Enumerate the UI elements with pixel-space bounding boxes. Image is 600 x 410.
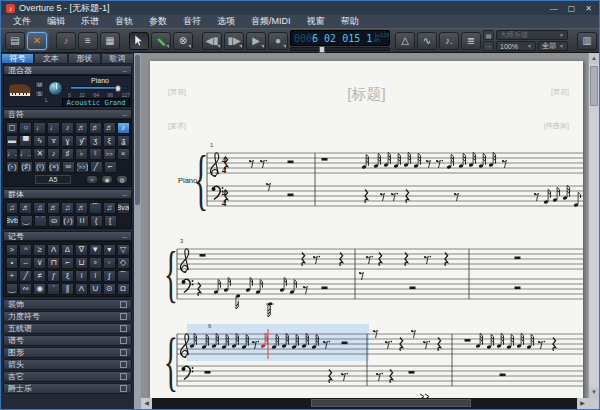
palette-cell[interactable]: ◦ xyxy=(103,257,116,269)
palette-cell[interactable]: ‿ xyxy=(6,283,19,295)
palette-cell[interactable]: ♫ xyxy=(33,202,46,214)
minimize-button[interactable]: — xyxy=(550,4,558,13)
grace-note-button[interactable]: ♪. xyxy=(439,32,459,50)
expand-icon[interactable] xyxy=(120,337,127,344)
collapsed-panel-3[interactable]: 谱号 xyxy=(3,335,132,346)
palette-cell[interactable]: ξ xyxy=(103,135,116,147)
palette-cell[interactable]: [ xyxy=(104,215,117,227)
sidebar-scrollbar-thumb[interactable] xyxy=(135,55,140,205)
palette-cell[interactable]: ‿ xyxy=(20,215,33,227)
palette-cell[interactable]: ∇ xyxy=(75,244,88,256)
palette-cell[interactable]: ♭ xyxy=(75,148,88,160)
mute-button[interactable]: M xyxy=(35,81,44,88)
palette-cell[interactable]: ▼ xyxy=(89,244,102,256)
palette-cell[interactable]: ◻ xyxy=(6,122,19,134)
palette-cell[interactable]: ♬ xyxy=(75,122,88,134)
palette-tab-0[interactable]: 符号 xyxy=(1,53,34,64)
staff-settings-button[interactable]: ≣ xyxy=(461,32,481,50)
volume-slider[interactable] xyxy=(70,86,128,90)
scroll-down-arrow[interactable]: ▼ xyxy=(589,387,599,398)
palette-cell[interactable]: ɷ xyxy=(48,215,61,227)
palette-cell[interactable]: ≠ xyxy=(33,270,46,282)
mixer-panel-header[interactable]: 混合器 – xyxy=(3,65,132,75)
palette-cell[interactable]: ʒ xyxy=(89,135,102,147)
palette-cell[interactable]: ʼ xyxy=(47,283,60,295)
palette-cell[interactable]: ▀ xyxy=(19,135,32,147)
octave-field[interactable]: A5 xyxy=(35,175,71,184)
palette-cell[interactable]: ϟ xyxy=(33,135,46,147)
vertical-scrollbar[interactable]: ▲ ▼ xyxy=(588,53,599,398)
palette-cell[interactable]: ▽ xyxy=(117,244,130,256)
menu-item-3[interactable]: 音轨 xyxy=(107,15,141,28)
scroll-up-arrow[interactable]: ▲ xyxy=(589,53,599,64)
horizontal-scroll-thumb[interactable] xyxy=(311,399,471,407)
mixer-button[interactable]: ≡ xyxy=(78,32,98,50)
palette-cell[interactable]: ʓ xyxy=(117,135,130,147)
palette-cell[interactable]: ʃ xyxy=(103,270,116,282)
palette-cell[interactable]: ✕ xyxy=(33,148,46,160)
collapse-icon[interactable]: – xyxy=(123,190,127,198)
palette-cell[interactable]: ⊔ xyxy=(75,257,88,269)
menu-item-5[interactable]: 音符 xyxy=(175,15,209,28)
marks-panel-header[interactable]: 记号 – xyxy=(3,231,132,241)
close-button[interactable]: ✕ xyxy=(585,4,592,13)
expand-icon[interactable] xyxy=(120,385,127,392)
palette-cell[interactable]: ╱ xyxy=(19,270,32,282)
scroll-left-arrow[interactable]: ◀ xyxy=(141,398,152,409)
zoom-select[interactable]: 100%▼ xyxy=(496,41,536,51)
palette-cell[interactable]: ^ xyxy=(19,244,32,256)
arrow-tool-button[interactable] xyxy=(129,32,149,50)
palette-tab-1[interactable]: 文本 xyxy=(34,53,67,64)
palette-cell[interactable]: ♫ xyxy=(6,202,19,214)
palette-cell[interactable]: Δ xyxy=(61,244,74,256)
palette-cell[interactable]: ≥ xyxy=(33,244,46,256)
scope-select[interactable]: 全部▼ xyxy=(538,41,568,51)
collapsed-panel-2[interactable]: 五线谱 xyxy=(3,323,132,334)
palette-cell[interactable]: ♩.. xyxy=(19,148,32,160)
palette-cell[interactable]: (♮) xyxy=(34,161,47,173)
palette-cell[interactable]: ⊓ xyxy=(47,257,60,269)
maximize-button[interactable]: ▢ xyxy=(568,4,576,13)
palette-cell[interactable]: > xyxy=(6,244,19,256)
palette-cell[interactable]: ≀ xyxy=(89,270,102,282)
collapse-icon[interactable]: – xyxy=(123,110,127,118)
palette-cell[interactable]: ∥ xyxy=(61,283,74,295)
collapse-icon[interactable]: – xyxy=(123,66,127,74)
palette-cell[interactable]: ɣ xyxy=(61,135,74,147)
palette-cell[interactable]: ∨ xyxy=(33,257,46,269)
palette-cell[interactable]: (♯) xyxy=(20,161,33,173)
palette-tab-2[interactable]: 形状 xyxy=(68,53,101,64)
palette-cell[interactable]: – xyxy=(19,257,32,269)
pan-knob[interactable] xyxy=(48,81,63,96)
palette-cell[interactable]: ♩. xyxy=(6,148,19,160)
expand-icon[interactable] xyxy=(120,325,127,332)
palette-cell[interactable]: ♫ xyxy=(103,202,116,214)
palette-cell[interactable]: ◇ xyxy=(117,257,130,269)
track-list-button[interactable]: ▦ xyxy=(100,32,120,50)
notes-footer-button-1[interactable]: ◉ xyxy=(101,175,113,184)
palette-cell[interactable]: U xyxy=(89,283,102,295)
menu-item-8[interactable]: 视窗 xyxy=(299,15,333,28)
palette-cell[interactable]: Λ xyxy=(75,283,88,295)
palette-cell[interactable]: ♩ xyxy=(33,122,46,134)
palette-cell[interactable]: ⌒ xyxy=(89,202,102,214)
palette-cell[interactable]: × xyxy=(117,148,130,160)
palette-cell[interactable]: ♪ xyxy=(117,122,130,134)
score-notation[interactable]: {44441Piano{3{6 xyxy=(150,61,583,400)
palette-cell[interactable]: 8vb xyxy=(6,215,19,227)
groups-panel-header[interactable]: 群体 – xyxy=(3,189,132,199)
position-slider[interactable] xyxy=(290,47,390,51)
view-select[interactable]: 大师乐谱▼ xyxy=(496,30,568,40)
palette-cell[interactable]: + xyxy=(6,270,19,282)
eraser-tool-button[interactable]: ⊗ xyxy=(173,32,193,50)
collapsed-panel-0[interactable]: 装饰 xyxy=(3,299,132,310)
palette-cell[interactable]: ♪ xyxy=(47,148,60,160)
horizontal-scrollbar[interactable]: ◀ ▶ xyxy=(141,398,588,409)
palette-cell[interactable]: 8va xyxy=(117,202,130,214)
palette-cell[interactable]: ∾ xyxy=(19,283,32,295)
palette-cell[interactable]: ⌐ xyxy=(61,257,74,269)
palette-cell[interactable]: ◉ xyxy=(33,283,46,295)
palette-cell[interactable]: ♬ xyxy=(19,202,32,214)
expand-icon[interactable] xyxy=(120,301,127,308)
expand-icon[interactable] xyxy=(120,313,127,320)
